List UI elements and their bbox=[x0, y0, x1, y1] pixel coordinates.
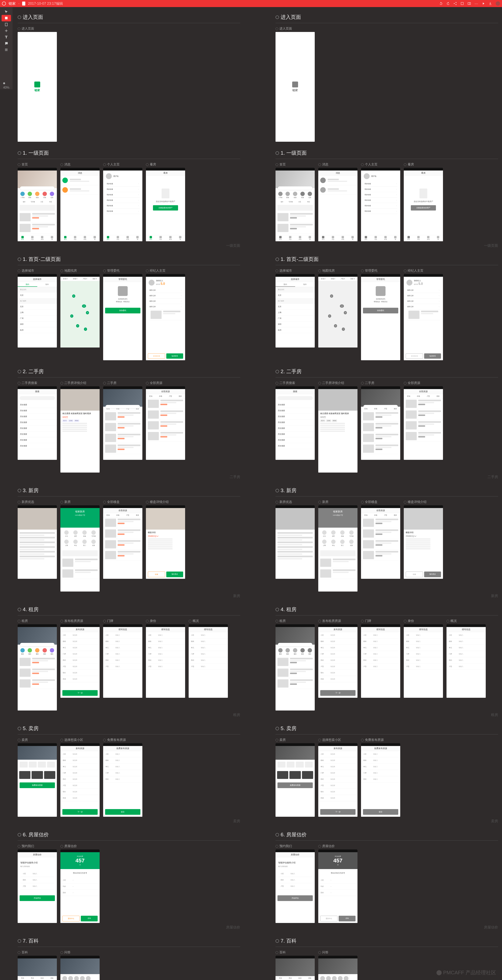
screen-form2[interactable]: 概况 填写信息小区请输入楼栋请输入单元请输入门牌请输入面积请输入户型请输入 bbox=[189, 619, 228, 711]
undo-icon[interactable] bbox=[439, 2, 443, 5]
section-title: 7. 百科 bbox=[18, 937, 240, 944]
screen-dot-icon bbox=[276, 269, 278, 272]
redo-icon[interactable] bbox=[446, 2, 450, 5]
panel-icon[interactable] bbox=[467, 2, 471, 5]
screen-fulllist[interactable]: 全部楼盘 全部房源区域价格户型更多 bbox=[103, 500, 142, 592]
screen-dot-icon bbox=[18, 27, 21, 30]
screen-dot-icon bbox=[318, 382, 321, 385]
screen-dot-icon bbox=[276, 951, 278, 954]
screen-city[interactable]: 选择城市 选择城市国内海外最近访问北京热门城市北京上海广州深圳杭州 bbox=[18, 269, 57, 360]
screen-sell[interactable]: 卖房 免费发布房源 bbox=[18, 738, 57, 817]
screen-agent[interactable]: 管理委托 管理委托选择服务委托帮我找房 · 帮我卖房添加委托 bbox=[103, 269, 142, 360]
screen-fulllist[interactable]: 全部楼盘 全部房源区域价格户型更多 bbox=[361, 500, 400, 592]
tool-select[interactable] bbox=[2, 9, 11, 15]
screen-caption: 全部楼盘 bbox=[107, 500, 120, 504]
screen-caption: 门牌 bbox=[107, 619, 113, 623]
screen-detail2[interactable]: 楼盘详情介绍 楼盘详情25000元/㎡收藏预约看房 bbox=[146, 500, 185, 592]
screen-search[interactable]: 二手房搜索 搜索历史搜索历史搜索历史搜索历史搜索历史搜索历史搜索历史搜索历史搜索 bbox=[18, 381, 57, 473]
screen-dot-icon bbox=[146, 501, 149, 504]
share-icon[interactable] bbox=[453, 2, 457, 5]
tool-rect[interactable] bbox=[2, 15, 11, 21]
screen-form2[interactable]: 身份 填写信息小区请输入楼栋请输入单元请输入门牌请输入面积请输入户型请输入 bbox=[146, 619, 185, 711]
screen-detail2[interactable]: 楼盘详情介绍 楼盘详情25000元/㎡收藏预约看房 bbox=[404, 500, 443, 592]
screen-detail[interactable]: 二手房详情介绍 南北通透 精装修两居室 随时看房320万满五年近地铁精装修 bbox=[318, 381, 357, 473]
screen-sell[interactable]: 卖房 免费发布房源 bbox=[276, 738, 315, 817]
user-avatar[interactable] bbox=[496, 2, 500, 6]
screen-dot-icon bbox=[61, 845, 63, 848]
screen-form2[interactable]: 门牌 填写信息小区请输入楼栋请输入单元请输入门牌请输入面积请输入户型请输入 bbox=[103, 619, 142, 711]
screen-form[interactable]: 选择想卖小区 发布房源小区请选择楼栋请选择单元请选择门牌请选择面积请选择户型请选… bbox=[318, 738, 357, 817]
screen-splash[interactable]: 进入页面 链家 bbox=[18, 27, 57, 142]
screen-newsel[interactable]: 新房优选 bbox=[276, 500, 315, 592]
screen-search[interactable]: 二手房搜索 搜索历史搜索历史搜索历史搜索历史搜索历史搜索历史搜索历史搜索历史搜索 bbox=[276, 381, 315, 473]
screen-empty[interactable]: 看房 看房您还没有选择好中意房产去挑选喜欢的房产首页消息发现我 bbox=[404, 162, 443, 241]
screen-agent[interactable]: 管理委托 管理委托选择服务委托帮我找房 · 帮我卖房添加委托 bbox=[361, 269, 400, 360]
screen-form2[interactable]: 门牌 填写信息小区请输入楼栋请输入单元请输入门牌请输入面积请输入户型请输入 bbox=[361, 619, 400, 711]
canvas[interactable]: 进入页面 进入页面 链家 1. 一级页面 首页 二手房新房租房卖房估价海外写字楼… bbox=[18, 10, 498, 980]
play-icon[interactable] bbox=[481, 2, 485, 5]
screen-publish[interactable]: 免费发布房源 免费发布房源小区请输入楼栋请输入单元请输入门牌请输入面积请输入提交 bbox=[361, 738, 400, 817]
screen-home[interactable]: 首页 二手房新房租房卖房估价海外写字楼小区学区首页消息发现我 bbox=[18, 162, 57, 241]
screen-renthome[interactable]: 租房 整租整租整租整租整租 bbox=[18, 619, 57, 711]
screen-msg[interactable]: 消息 消息首页消息发现我 bbox=[318, 162, 357, 241]
screen-agentprofile[interactable]: 经纪人主页 张经纪人好评率 5.0服务记录›服务记录›服务记录›服务记录›★★★… bbox=[146, 269, 185, 360]
screen-qa[interactable]: 问答 我要提问 bbox=[318, 950, 357, 980]
screen-home[interactable]: 首页 二手房新房租房卖房估价海外写字楼小区学区首页消息发现我 bbox=[276, 162, 315, 241]
screen-city[interactable]: 选择城市 选择城市国内海外最近访问北京热门城市北京上海广州深圳杭州 bbox=[276, 269, 315, 360]
tool-comment[interactable] bbox=[2, 40, 11, 46]
screen-renthome[interactable]: 租房 整租整租整租整租整租 bbox=[276, 619, 315, 711]
tool-add[interactable] bbox=[2, 28, 11, 34]
screen-form[interactable]: 选择想卖小区 发布房源小区请选择楼栋请选择单元请选择门牌请选择面积请选择户型请选… bbox=[61, 738, 100, 817]
divider: — bbox=[475, 2, 478, 6]
screen-dot-icon bbox=[276, 27, 278, 30]
screen-profile[interactable]: 个人主页 用户名我的收藏›我的收藏›我的收藏›我的收藏›我的收藏›我的收藏›首页… bbox=[103, 162, 142, 241]
screen-splash[interactable]: 进入页面 链家 bbox=[276, 27, 315, 142]
screen-caption: 地图找房 bbox=[322, 269, 335, 273]
section-title: 5. 卖房 bbox=[18, 725, 240, 732]
screen-wiki[interactable]: 百科 买房卖房租房贷款 bbox=[276, 950, 315, 980]
zoom-handle[interactable] bbox=[3, 82, 5, 84]
screen-listhero[interactable]: 二手房 区域价格户型更多 bbox=[103, 381, 142, 473]
screen-caption: 选择城市 bbox=[279, 269, 292, 273]
screen-profile[interactable]: 个人主页 用户名我的收藏›我的收藏›我的收藏›我的收藏›我的收藏›我的收藏›首页… bbox=[361, 162, 400, 241]
screen-empty[interactable]: 看房 看房您还没有选择好中意房产去挑选喜欢的房产首页消息发现我 bbox=[146, 162, 185, 241]
screen-valresult[interactable]: 房屋估价 评估结果457万预估价格仅供参考小区--均价--面积--重新评估咨询 bbox=[61, 844, 100, 923]
screen-newhome[interactable]: 新房 链家新房100%楼盘户型住宅别墅商铺写字楼公寓车位热门优惠 bbox=[61, 500, 100, 592]
svg-rect-0 bbox=[461, 2, 463, 5]
screen-valresult[interactable]: 房屋估价 评估结果457万预估价格仅供参考小区--均价--面积--重新评估咨询 bbox=[318, 844, 357, 923]
tool-artboard[interactable] bbox=[2, 21, 11, 28]
screen-fulllist[interactable]: 全部房源 全部房源区域价格户型更多 bbox=[146, 381, 185, 473]
screen-form2[interactable]: 身份 填写信息小区请输入楼栋请输入单元请输入门牌请输入面积请输入户型请输入 bbox=[404, 619, 443, 711]
screen-form2[interactable]: 概况 填写信息小区请输入楼栋请输入单元请输入门牌请输入面积请输入户型请输入 bbox=[446, 619, 486, 711]
screen-dot-icon bbox=[103, 269, 106, 272]
section-footer: 新房 bbox=[18, 593, 240, 598]
tool-list[interactable] bbox=[2, 47, 11, 53]
screen-wiki[interactable]: 百科 买房卖房租房贷款 bbox=[18, 950, 57, 980]
screen-dot-icon bbox=[61, 269, 63, 272]
screen-valform[interactable]: 预约我们 房屋估价智能评估服务介绍输入房屋信息小区请输入面积请输入户型请输入开始… bbox=[18, 844, 57, 923]
section-footer: 卖房 bbox=[276, 819, 498, 823]
tool-text[interactable] bbox=[2, 34, 11, 40]
download-icon[interactable] bbox=[489, 2, 492, 5]
screen-form[interactable]: 发布租房房源 发布房源小区请选择楼栋请选择单元请选择门牌请选择面积请选择户型请选… bbox=[318, 619, 357, 711]
screen-dot-icon bbox=[18, 382, 21, 385]
screen-caption: 个人主页 bbox=[365, 162, 378, 167]
screen-map[interactable]: 地图找房 区域 ▾价格 ▾户型 ▾更多 ▾8125937 bbox=[61, 269, 100, 360]
screen-publish[interactable]: 免费发布房源 免费发布房源小区请输入楼栋请输入单元请输入门牌请输入面积请输入提交 bbox=[103, 738, 142, 817]
screen-newhome[interactable]: 新房 链家新房100%楼盘户型住宅别墅商铺写字楼公寓车位热门优惠 bbox=[318, 500, 357, 592]
screen-agentprofile[interactable]: 经纪人主页 张经纪人好评率 5.0服务记录›服务记录›服务记录›服务记录›★★★… bbox=[404, 269, 443, 360]
screen-qa[interactable]: 问答 我要提问 bbox=[61, 950, 100, 980]
screen-dot-icon bbox=[276, 620, 278, 622]
screen-fulllist[interactable]: 全部房源 全部房源区域价格户型更多 bbox=[404, 381, 443, 473]
screen-caption: 新房优选 bbox=[22, 500, 34, 504]
screen-msg[interactable]: 消息 消息首页消息发现我 bbox=[61, 162, 100, 241]
screen-newsel[interactable]: 新房优选 bbox=[18, 500, 57, 592]
screen-form[interactable]: 发布租房房源 发布房源小区请选择楼栋请选择单元请选择门牌请选择面积请选择户型请选… bbox=[61, 619, 100, 711]
screen-map[interactable]: 地图找房 区域 ▾价格 ▾户型 ▾更多 ▾8125937 bbox=[318, 269, 357, 360]
top-bar: 链家 · 2017-10-07 23:17编辑 — bbox=[0, 0, 502, 7]
screen-caption: 管理委托 bbox=[107, 269, 120, 273]
screen-detail[interactable]: 二手房详情介绍 南北通透 精装修两居室 随时看房320万满五年近地铁精装修 bbox=[61, 381, 100, 473]
screen-listhero[interactable]: 二手房 区域价格户型更多 bbox=[361, 381, 400, 473]
layers-icon[interactable] bbox=[461, 2, 464, 5]
screen-valform[interactable]: 预约我们 房屋估价智能评估服务介绍输入房屋信息小区请输入面积请输入户型请输入开始… bbox=[276, 844, 315, 923]
